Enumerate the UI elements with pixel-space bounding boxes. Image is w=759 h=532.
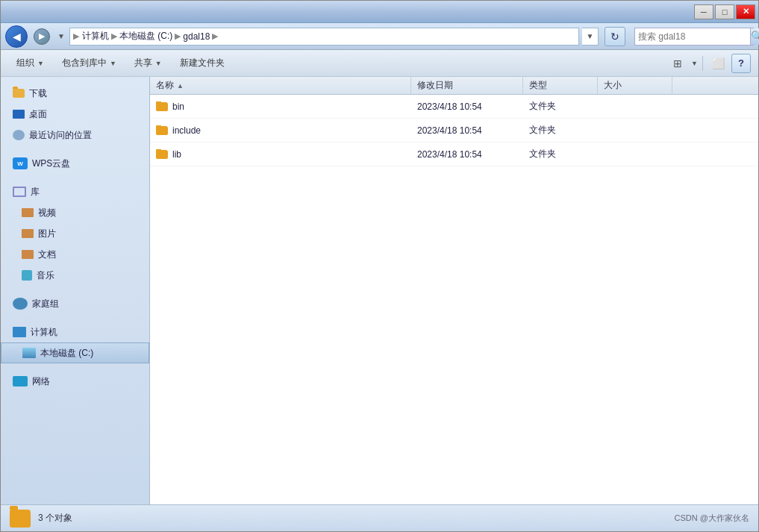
minimize-button[interactable]: ─ xyxy=(694,4,713,19)
table-row[interactable]: bin 2023/4/18 10:54 文件夹 xyxy=(150,95,758,119)
sidebar-item-recent[interactable]: 最近访问的位置 xyxy=(1,125,149,145)
folder-icon xyxy=(156,102,168,111)
file-list: 名称 ▲ 修改日期 类型 大小 bin 2023/4/1 xyxy=(150,77,758,504)
sidebar-item-downloads[interactable]: 下载 xyxy=(1,83,149,104)
share-label: 共享 xyxy=(134,57,152,69)
forward-button[interactable]: ▶ xyxy=(34,28,50,45)
status-bar: 3 个对象 CSDN @大作家伙名 xyxy=(1,504,758,531)
path-arrow-2: ▶ xyxy=(172,31,183,41)
sidebar-item-computer[interactable]: 计算机 xyxy=(1,322,149,342)
sidebar-item-music[interactable]: 音乐 xyxy=(1,265,149,286)
file-name-label: bin xyxy=(172,101,184,112)
new-folder-button[interactable]: 新建文件夹 xyxy=(172,53,233,74)
sidebar-item-label: 网络 xyxy=(32,375,50,388)
sidebar-spacer-2 xyxy=(1,174,149,181)
sidebar-item-pictures[interactable]: 图片 xyxy=(1,223,149,244)
sidebar-item-local-c[interactable]: 本地磁盘 (C:) xyxy=(1,342,149,363)
sidebar-spacer-3 xyxy=(1,286,149,293)
sidebar-item-label: 音乐 xyxy=(37,269,54,282)
column-header-name[interactable]: 名称 ▲ xyxy=(150,77,411,94)
sidebar-item-documents[interactable]: 文档 xyxy=(1,244,149,265)
table-row[interactable]: include 2023/4/18 10:54 文件夹 xyxy=(150,119,758,143)
sidebar-spacer-5 xyxy=(1,363,149,371)
sidebar-item-label: 视频 xyxy=(38,207,56,219)
status-count: 3 个对象 xyxy=(38,512,72,525)
sidebar-item-library[interactable]: 库 xyxy=(1,181,149,202)
file-explorer-window: ─ □ ✕ ◀ ▶ ▼ ▶ 计算机 ▶ 本地磁盘 (C:) ▶ gdal18 ▶… xyxy=(0,0,759,532)
path-part-computer[interactable]: 计算机 xyxy=(82,30,109,43)
toolbar-right: ⊞ ▼ ⬜ ? xyxy=(667,54,751,73)
sidebar-item-label: 文档 xyxy=(38,248,56,261)
toolbar-separator xyxy=(702,56,703,71)
help-button[interactable]: ? xyxy=(731,54,751,73)
sidebar-item-homegroup[interactable]: 家庭组 xyxy=(1,293,149,314)
address-bar: ◀ ▶ ▼ ▶ 计算机 ▶ 本地磁盘 (C:) ▶ gdal18 ▶ ▼ ↻ 🔍 xyxy=(1,23,758,50)
drive-icon xyxy=(22,348,36,358)
refresh-button[interactable]: ↻ xyxy=(605,27,625,46)
include-library-button[interactable]: 包含到库中 ▼ xyxy=(54,53,125,74)
network-icon xyxy=(13,376,28,387)
folder-icon xyxy=(13,89,25,98)
column-name-label: 名称 xyxy=(156,79,174,92)
view-options-button[interactable]: ⊞ xyxy=(667,54,688,73)
path-separator-1: ▶ xyxy=(70,31,82,41)
desktop-icon xyxy=(13,110,25,119)
videos-icon xyxy=(22,208,34,217)
wps-icon: W xyxy=(13,157,28,169)
file-date-cell: 2023/4/18 10:54 xyxy=(411,125,523,136)
documents-icon xyxy=(22,250,34,259)
back-button[interactable]: ◀ xyxy=(5,25,28,48)
sidebar-spacer-4 xyxy=(1,314,149,322)
share-arrow-icon: ▼ xyxy=(155,60,162,67)
new-folder-label: 新建文件夹 xyxy=(180,57,225,69)
column-header-type[interactable]: 类型 xyxy=(523,77,598,94)
address-path-container[interactable]: ▶ 计算机 ▶ 本地磁盘 (C:) ▶ gdal18 ▶ xyxy=(69,28,579,46)
organize-label: 组织 xyxy=(16,57,34,69)
sidebar-item-wps[interactable]: W WPS云盘 xyxy=(1,153,149,174)
column-type-label: 类型 xyxy=(529,79,547,92)
back-arrow-icon: ◀ xyxy=(13,31,21,43)
table-row[interactable]: lib 2023/4/18 10:54 文件夹 xyxy=(150,143,758,166)
sidebar-spacer-1 xyxy=(1,145,149,153)
preview-pane-button[interactable]: ⬜ xyxy=(708,54,728,73)
search-button[interactable]: 🔍 xyxy=(750,28,759,45)
file-list-header: 名称 ▲ 修改日期 类型 大小 xyxy=(150,77,758,95)
address-dropdown-button[interactable]: ▼ xyxy=(582,28,599,46)
sidebar-item-desktop[interactable]: 桌面 xyxy=(1,104,149,125)
music-icon xyxy=(22,270,32,281)
homegroup-icon xyxy=(13,298,28,310)
sidebar-item-label: 图片 xyxy=(38,228,56,240)
refresh-icon: ↻ xyxy=(610,31,619,43)
sidebar-item-network[interactable]: 网络 xyxy=(1,371,149,392)
include-library-arrow-icon: ▼ xyxy=(110,60,116,67)
sidebar-item-videos[interactable]: 视频 xyxy=(1,202,149,223)
close-button[interactable]: ✕ xyxy=(736,4,755,19)
file-date-cell: 2023/4/18 10:54 xyxy=(411,101,523,112)
column-header-date[interactable]: 修改日期 xyxy=(411,77,523,94)
organize-arrow-icon: ▼ xyxy=(37,60,44,67)
file-name-cell: lib xyxy=(150,149,411,160)
maximize-button[interactable]: □ xyxy=(715,4,734,19)
sidebar-item-label: 桌面 xyxy=(29,108,47,121)
file-date-cell: 2023/4/18 10:54 xyxy=(411,149,523,160)
path-part-drive[interactable]: 本地磁盘 (C:) xyxy=(119,30,172,43)
sidebar-item-label: 计算机 xyxy=(31,326,57,339)
share-button[interactable]: 共享 ▼ xyxy=(126,53,170,74)
sidebar: 下载 桌面 最近访问的位置 W WPS云盘 库 xyxy=(1,77,150,504)
watermark: CSDN @大作家伙名 xyxy=(675,513,749,524)
recent-icon xyxy=(13,130,25,140)
toolbar: 组织 ▼ 包含到库中 ▼ 共享 ▼ 新建文件夹 ⊞ ▼ ⬜ ? xyxy=(1,50,758,77)
sidebar-item-label: 家庭组 xyxy=(32,298,59,310)
file-type-cell: 文件夹 xyxy=(523,100,598,113)
sidebar-item-label: 最近访问的位置 xyxy=(29,129,92,142)
file-name-label: lib xyxy=(172,149,181,160)
path-part-folder[interactable]: gdal18 xyxy=(183,31,210,42)
search-input[interactable] xyxy=(638,31,750,42)
path-arrow-3: ▶ xyxy=(210,31,220,41)
title-bar-controls: ─ □ ✕ xyxy=(694,4,755,19)
title-bar: ─ □ ✕ xyxy=(1,1,758,23)
column-header-size[interactable]: 大小 xyxy=(598,77,672,94)
sidebar-item-label: 本地磁盘 (C:) xyxy=(40,347,93,360)
organize-button[interactable]: 组织 ▼ xyxy=(8,53,52,74)
recent-locations-button[interactable]: ▼ xyxy=(57,29,62,44)
